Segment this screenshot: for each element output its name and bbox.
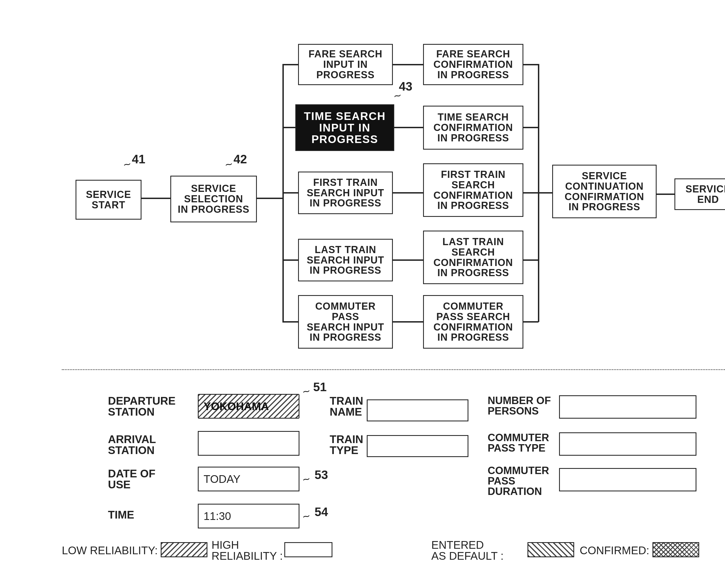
ref-43: 43 (399, 80, 412, 93)
legend-high-reliability-label: HIGH RELIABILITY : (212, 540, 283, 561)
conn (394, 127, 423, 128)
value-time: 11:30 (204, 510, 231, 522)
label-number-persons: NUMBER OF PERSONS (488, 395, 551, 416)
node-time-input-selected: TIME SEARCH INPUT IN PROGRESS (295, 104, 394, 151)
conn (523, 259, 539, 261)
swatch-high-reliability (284, 542, 333, 557)
conn (538, 64, 539, 322)
field-train-name[interactable] (367, 399, 468, 421)
conn (523, 127, 539, 128)
diagram-page: SERVICE START SERVICE SELECTION IN PROGR… (0, 0, 725, 588)
conn (257, 198, 283, 199)
node-service-continuation: SERVICE CONTINUATION CONFIRMATION IN PRO… (552, 165, 657, 218)
node-first-input: FIRST TRAIN SEARCH INPUT IN PROGRESS (298, 172, 393, 214)
conn (282, 192, 298, 193)
ref-51: 51 (313, 380, 327, 394)
swatch-confirmed (652, 542, 699, 557)
squiggle-icon: ∼ (301, 385, 311, 398)
conn (141, 198, 170, 199)
squiggle-icon: ∼ (122, 158, 133, 171)
swatch-entered-default (527, 542, 574, 557)
label-arrival-station: ARRIVAL STATION (108, 434, 156, 456)
divider (62, 369, 725, 370)
label-departure-station: DEPARTURE STATION (108, 395, 176, 417)
squiggle-icon: ∼ (301, 510, 311, 523)
field-commuter-type[interactable] (559, 432, 697, 456)
conn (393, 259, 423, 261)
swatch-low-reliability (161, 542, 207, 557)
legend-low-reliability-label: LOW RELIABILITY: (62, 545, 158, 556)
label-commuter-type: COMMUTER PASS TYPE (488, 432, 549, 453)
node-time-confirm: TIME SEARCH CONFIRMATION IN PROGRESS (423, 106, 523, 150)
field-train-type[interactable] (367, 435, 468, 457)
legend-entered-default-label: ENTERED AS DEFAULT : (431, 540, 504, 561)
conn (523, 64, 539, 65)
label-train-name: TRAIN NAME (330, 395, 363, 417)
conn (657, 193, 674, 195)
conn (523, 321, 539, 322)
conn (393, 64, 423, 65)
node-service-end: SERVICE END (674, 178, 725, 210)
node-last-confirm: LAST TRAIN SEARCH CONFIRMATION IN PROGRE… (423, 231, 523, 284)
label-date-of-use: DATE OF USE (108, 468, 156, 490)
conn (282, 259, 298, 261)
conn (393, 192, 423, 193)
node-fare-confirm: FARE SEARCH CONFIRMATION IN PROGRESS (423, 44, 523, 85)
ref-53: 53 (315, 468, 328, 482)
label-time: TIME (108, 509, 134, 520)
ref-41: 41 (132, 152, 145, 166)
field-commuter-duration[interactable] (559, 468, 697, 491)
value-date-of-use: TODAY (204, 473, 240, 485)
node-commuter-confirm: COMMUTER PASS SEARCH CONFIRMATION IN PRO… (423, 295, 523, 349)
node-service-start: SERVICE START (76, 180, 141, 219)
node-service-selection: SERVICE SELECTION IN PROGRESS (170, 176, 257, 222)
field-number-persons[interactable] (559, 395, 697, 419)
node-last-input: LAST TRAIN SEARCH INPUT IN PROGRESS (298, 239, 393, 281)
conn (282, 127, 295, 128)
field-arrival-station[interactable] (198, 431, 299, 456)
squiggle-icon: ∼ (224, 158, 234, 171)
value-departure-station: YOKOHAMA (204, 400, 269, 413)
field-date-of-use[interactable]: TODAY (198, 467, 299, 491)
label-train-type: TRAIN TYPE (330, 434, 363, 456)
conn (282, 64, 298, 65)
node-first-confirm: FIRST TRAIN SEARCH CONFIRMATION IN PROGR… (423, 163, 523, 217)
ref-54: 54 (315, 505, 328, 519)
field-departure-station[interactable]: YOKOHAMA (198, 394, 299, 419)
label-commuter-duration: COMMUTER PASS DURATION (488, 465, 549, 497)
conn (282, 321, 298, 322)
node-fare-input: FARE SEARCH INPUT IN PROGRESS (298, 44, 393, 85)
conn (393, 321, 423, 322)
ref-42: 42 (234, 152, 247, 166)
squiggle-icon: ∼ (301, 473, 311, 486)
legend-confirmed-label: CONFIRMED: (580, 545, 649, 556)
node-commuter-input: COMMUTER PASS SEARCH INPUT IN PROGRESS (298, 295, 393, 349)
field-time[interactable]: 11:30 (198, 504, 299, 528)
